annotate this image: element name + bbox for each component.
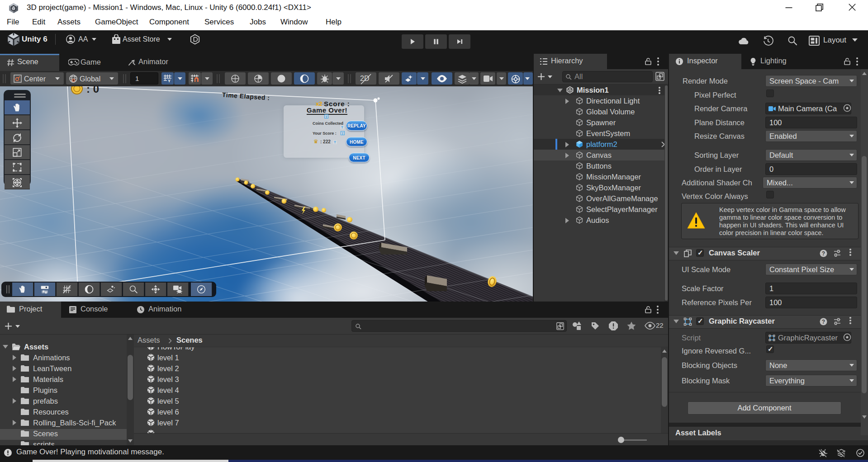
svg-text:: 0: : 0 xyxy=(86,86,99,95)
svg-text:Y: Y xyxy=(168,79,171,83)
svg-text:?: ? xyxy=(822,319,825,325)
svg-text:?: ? xyxy=(822,250,825,257)
